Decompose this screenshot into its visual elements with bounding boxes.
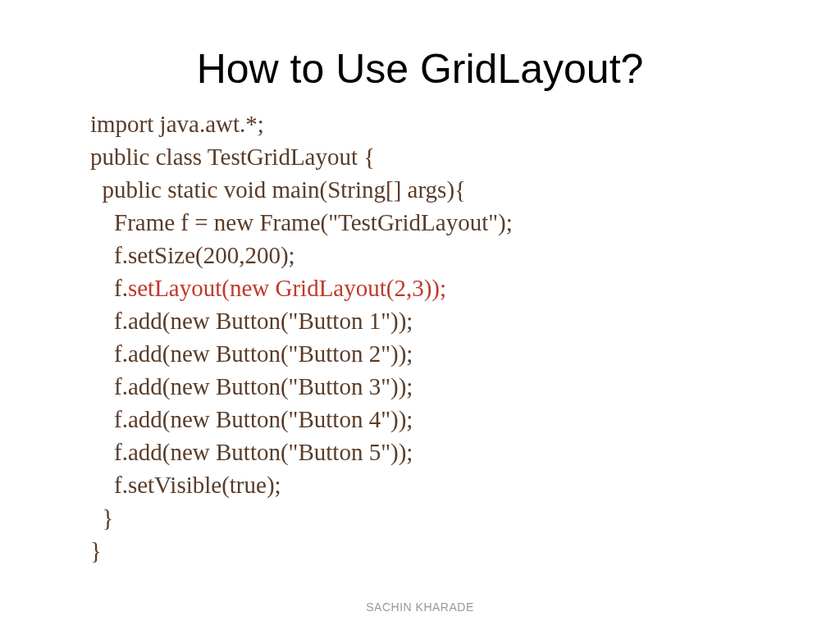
- code-line-3: public static void main(String[] args){: [90, 173, 840, 206]
- slide-footer: SACHIN KHARADE: [0, 600, 840, 614]
- code-line-13: f.setVisible(true);: [90, 468, 840, 501]
- code-line-8: f.add(new Button("Button 2"));: [90, 337, 840, 370]
- slide-title: How to Use GridLayout?: [0, 45, 840, 93]
- code-line-7: f.add(new Button("Button 1"));: [90, 304, 840, 337]
- code-line-10: f.add(new Button("Button 4"));: [90, 403, 840, 436]
- slide-container: How to Use GridLayout? import java.awt.*…: [0, 0, 840, 630]
- code-line-14: }: [90, 501, 840, 534]
- code-line-4: Frame f = new Frame("TestGridLayout");: [90, 206, 840, 239]
- code-line-6-highlight: setLayout(new GridLayout(2,3));: [128, 275, 446, 301]
- code-line-6-prefix: f.: [90, 275, 128, 301]
- code-line-6: f.setLayout(new GridLayout(2,3));: [90, 272, 840, 304]
- code-line-9: f.add(new Button("Button 3"));: [90, 370, 840, 403]
- code-block: import java.awt.*; public class TestGrid…: [0, 107, 840, 567]
- code-line-15: }: [90, 534, 840, 567]
- code-line-1: import java.awt.*;: [90, 107, 840, 140]
- code-line-11: f.add(new Button("Button 5"));: [90, 436, 840, 468]
- code-line-5: f.setSize(200,200);: [90, 239, 840, 272]
- code-line-2: public class TestGridLayout {: [90, 140, 840, 173]
